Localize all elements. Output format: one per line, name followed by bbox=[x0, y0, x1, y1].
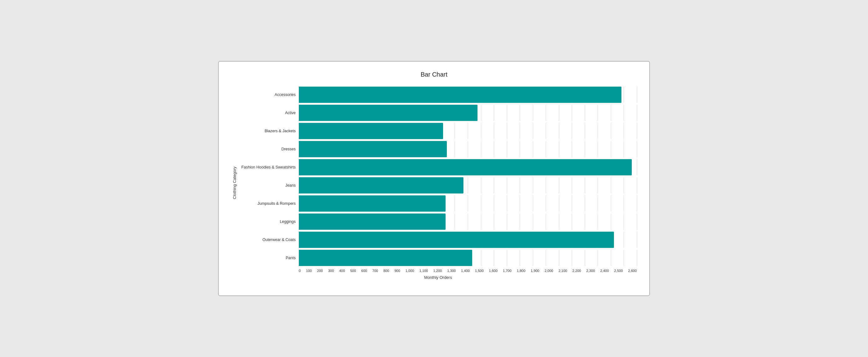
grid-line bbox=[455, 141, 455, 157]
grid-line bbox=[637, 159, 637, 175]
x-tick-label: 2,400 bbox=[600, 269, 609, 272]
bar-label: Outerwear & Coats bbox=[239, 237, 299, 242]
x-tick-label: 2,600 bbox=[628, 269, 637, 272]
x-tick-label: 500 bbox=[350, 269, 356, 272]
grid-line bbox=[611, 105, 611, 121]
bar-track bbox=[299, 159, 637, 175]
x-tick-label: 800 bbox=[383, 269, 389, 272]
x-tick-label: 1,600 bbox=[489, 269, 498, 272]
x-tick-label: 600 bbox=[362, 269, 367, 272]
grid-line bbox=[507, 195, 507, 212]
bar-row: Fashion Hoodies & Sweatshirts bbox=[239, 159, 637, 175]
grid-line bbox=[624, 87, 624, 103]
grid-line bbox=[468, 195, 468, 212]
bar-fill bbox=[299, 105, 477, 121]
grid-line bbox=[481, 123, 481, 139]
grid-line bbox=[637, 195, 637, 212]
x-tick-label: 2,500 bbox=[614, 269, 623, 272]
grid-line bbox=[637, 250, 637, 266]
grid-line bbox=[598, 214, 598, 230]
chart-title: Bar Chart bbox=[231, 71, 637, 78]
grid-line bbox=[533, 177, 533, 194]
x-tick-label: 1,200 bbox=[433, 269, 442, 272]
grid-line bbox=[611, 214, 611, 230]
grid-line bbox=[507, 105, 507, 121]
grid-line bbox=[598, 123, 598, 139]
x-tick-label: 1,300 bbox=[447, 269, 456, 272]
grid-line bbox=[611, 123, 611, 139]
grid-line bbox=[598, 105, 598, 121]
grid-line bbox=[533, 105, 533, 121]
bar-row: Jumpsuits & Rompers bbox=[239, 195, 637, 212]
x-tick-label: 1,900 bbox=[531, 269, 539, 272]
x-tick-label: 1,800 bbox=[517, 269, 525, 272]
bar-track bbox=[299, 214, 637, 230]
grid-line bbox=[624, 214, 624, 230]
grid-line bbox=[572, 214, 572, 230]
x-tick-label: 1,400 bbox=[461, 269, 470, 272]
grid-line bbox=[520, 123, 520, 139]
bar-label: Fashion Hoodies & Sweatshirts bbox=[239, 165, 299, 169]
grid-line bbox=[624, 195, 624, 212]
grid-line bbox=[494, 105, 494, 121]
grid-line bbox=[520, 250, 520, 266]
grid-line bbox=[520, 177, 520, 194]
grid-line bbox=[624, 232, 624, 248]
bar-label: Jumpsuits & Rompers bbox=[239, 201, 299, 206]
grid-line bbox=[468, 141, 468, 157]
bar-track bbox=[299, 87, 637, 103]
bar-fill bbox=[299, 232, 614, 248]
bar-track bbox=[299, 250, 637, 266]
grid-line bbox=[533, 123, 533, 139]
grid-line bbox=[481, 141, 481, 157]
grid-line bbox=[572, 141, 572, 157]
grid-line bbox=[572, 177, 572, 194]
grid-line bbox=[598, 177, 598, 194]
bar-row: Blazers & Jackets bbox=[239, 123, 637, 139]
grid-line bbox=[637, 177, 637, 194]
grid-line bbox=[481, 105, 481, 121]
bar-row: Jeans bbox=[239, 177, 637, 194]
x-ticks: 01002003004005006007008009001,0001,1001,… bbox=[299, 269, 637, 272]
grid-line bbox=[533, 195, 533, 212]
grid-line bbox=[611, 141, 611, 157]
grid-line bbox=[520, 105, 520, 121]
grid-line bbox=[585, 141, 585, 157]
grid-line bbox=[637, 214, 637, 230]
bar-label: Blazers & Jackets bbox=[239, 129, 299, 133]
grid-line bbox=[520, 195, 520, 212]
bar-label: Leggings bbox=[239, 220, 299, 224]
bar-track bbox=[299, 177, 637, 194]
grid-line bbox=[585, 105, 585, 121]
grid-line bbox=[624, 105, 624, 121]
bar-fill bbox=[299, 87, 621, 103]
grid-line bbox=[637, 87, 637, 103]
grid-line bbox=[637, 232, 637, 248]
bar-fill bbox=[299, 195, 445, 212]
grid-line bbox=[598, 195, 598, 212]
bar-fill bbox=[299, 214, 445, 230]
bar-row: Active bbox=[239, 105, 637, 121]
grid-line bbox=[585, 250, 585, 266]
chart-container: Bar Chart Clothing Category AccessoriesA… bbox=[218, 61, 650, 296]
x-tick-label: 300 bbox=[328, 269, 334, 272]
grid-line bbox=[455, 123, 455, 139]
grid-line bbox=[481, 250, 481, 266]
grid-and-bars: AccessoriesActiveBlazers & JacketsDresse… bbox=[239, 86, 637, 267]
bar-track bbox=[299, 195, 637, 212]
grid-line bbox=[611, 177, 611, 194]
x-axis: 01002003004005006007008009001,0001,1001,… bbox=[239, 269, 637, 272]
grid-line bbox=[585, 195, 585, 212]
grid-line bbox=[507, 177, 507, 194]
grid-line bbox=[481, 214, 481, 230]
grid-line bbox=[520, 214, 520, 230]
grid-line bbox=[637, 141, 637, 157]
bar-track bbox=[299, 232, 637, 248]
bar-row: Accessories bbox=[239, 87, 637, 103]
bar-fill bbox=[299, 123, 443, 139]
x-tick-label: 2,300 bbox=[586, 269, 595, 272]
bar-label: Active bbox=[239, 111, 299, 115]
bar-label: Jeans bbox=[239, 183, 299, 188]
x-tick-label: 0 bbox=[299, 269, 301, 272]
grid-line bbox=[507, 141, 507, 157]
